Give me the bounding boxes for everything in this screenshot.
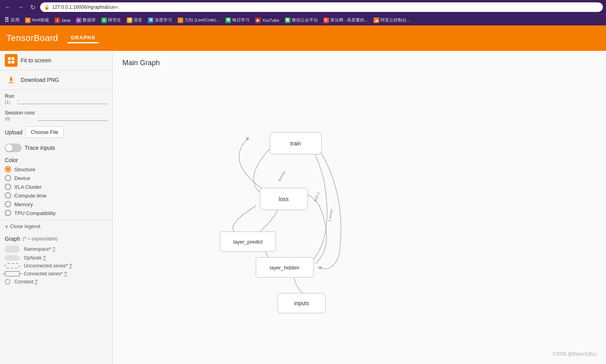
color-tpu-option[interactable]: TPU Compatibility	[5, 209, 108, 217]
bookmark-wx[interactable]: 微 微信公众平台	[283, 16, 320, 24]
graphs-tab[interactable]: GRAPHS	[68, 33, 99, 43]
color-device-radio[interactable]	[5, 175, 11, 181]
bookmark-youtube[interactable]: ▶ YouTube	[253, 17, 281, 24]
legend-namespace-item: Namespace* ?	[5, 244, 108, 254]
legend-constant-label: Constant ?	[14, 279, 37, 285]
run-field: Run (1) .	[0, 90, 112, 106]
nav-forward-button[interactable]: →	[16, 3, 25, 12]
svg-text:500+1: 500+1	[313, 192, 320, 202]
legend-opnode-q[interactable]: ?	[43, 255, 46, 261]
bookmark-apps-label: 应用	[11, 17, 19, 23]
bookmark-deep[interactable]: 深 深度学习	[145, 16, 174, 24]
bookmark-lc[interactable]: ⚡ 力扣 (LeetCode)...	[175, 16, 222, 24]
apps-icon: ⠿	[4, 17, 10, 23]
deep-icon: 深	[148, 17, 153, 23]
fit-to-screen-icon	[5, 54, 17, 67]
legend-opnode-label: OpNode ?	[24, 255, 46, 261]
svg-text:layer_predict: layer_predict	[233, 239, 263, 245]
close-legend-chevron: ∨	[5, 224, 8, 229]
trace-inputs-toggle[interactable]	[5, 143, 21, 152]
bookmark-db[interactable]: D 数据库	[74, 16, 98, 24]
legend-connected-label: Connected series* ?	[24, 271, 67, 277]
upload-row: Upload Choose File	[0, 123, 112, 141]
session-runs-select[interactable]	[38, 111, 108, 121]
bookmark-db-label: 数据库	[83, 17, 96, 23]
address-bar[interactable]: 🔒 127.0.0.1:16006/#graphs&run=.	[40, 2, 603, 12]
bookmark-lang[interactable]: 语 语音	[124, 16, 145, 24]
color-xla-option[interactable]: XLA Cluster	[5, 182, 108, 191]
bookmark-daily[interactable]: 每 每日学习	[223, 16, 252, 24]
color-memory-radio[interactable]	[5, 201, 11, 207]
fit-to-screen-section[interactable]: Fit to screen	[0, 51, 112, 70]
color-xla-radio[interactable]	[5, 184, 11, 190]
bookmark-research[interactable]: R 研究生	[99, 16, 124, 24]
color-xla-label: XLA Cluster	[14, 184, 42, 190]
bookmark-java[interactable]: J Java	[52, 17, 73, 24]
legend-namespace-icon	[5, 246, 20, 253]
bookmark-youtube-label: YouTube	[262, 18, 279, 23]
legend-constant-item: Constant ?	[5, 278, 108, 286]
browser-chrome: ← → ↻ 🔒 127.0.0.1:16006/#graphs&run=.	[0, 0, 606, 14]
color-compute-radio[interactable]	[5, 192, 11, 199]
main-content: Main Graph 500+1 2 tensor dumm	[113, 51, 606, 364]
youtube-icon: ▶	[255, 17, 261, 23]
toggle-knob	[6, 144, 13, 151]
lock-icon: 🔒	[44, 5, 50, 10]
svg-rect-1	[12, 57, 14, 60]
app-title: TensorBoard	[6, 33, 58, 43]
session-runs-field: Session runs (0)	[0, 106, 112, 123]
color-memory-label: Memory	[14, 201, 33, 207]
legend-constant-q[interactable]: ?	[35, 279, 37, 285]
legend-connected-icon	[5, 271, 20, 277]
node-train[interactable]: train	[270, 132, 321, 154]
html-icon: H	[25, 17, 31, 23]
legend-unconnected-item: Unconnected series* ?	[5, 262, 108, 270]
legend-unconnected-q[interactable]: ?	[69, 263, 72, 269]
legend-connected-q[interactable]: ?	[64, 271, 67, 277]
run-select[interactable]: .	[17, 95, 108, 104]
algo-icon: P	[323, 17, 329, 23]
bookmark-algo[interactable]: P 算法网 - 高质量的...	[321, 16, 371, 24]
color-structure-option[interactable]: Structure	[5, 165, 108, 174]
svg-text:dummy: dummy	[277, 170, 287, 182]
bookmark-ali[interactable]: ☁ 阿里云控制台...	[371, 16, 412, 24]
node-loss[interactable]: loss	[260, 188, 308, 210]
node-layer-hidden[interactable]: layer_hidden	[256, 258, 314, 277]
session-runs-label: Session runs	[5, 110, 35, 116]
node-inputs[interactable]: inputs	[278, 293, 325, 313]
bookmark-apps[interactable]: ⠿ 应用	[2, 16, 22, 24]
daily-icon: 每	[225, 17, 231, 23]
nav-refresh-button[interactable]: ↻	[29, 3, 37, 12]
lc-icon: ⚡	[178, 17, 183, 23]
graph-canvas[interactable]: 500+1 2 tensor dummy train loss la	[113, 51, 606, 364]
session-runs-count: (0)	[5, 116, 10, 121]
color-device-option[interactable]: Device	[5, 174, 108, 182]
download-png-label: Download PNG	[21, 77, 59, 83]
bookmark-html[interactable]: H html前端	[23, 16, 51, 24]
bookmark-deep-label: 深度学习	[155, 17, 172, 23]
svg-text:layer_hidden: layer_hidden	[270, 265, 299, 271]
color-compute-option[interactable]: Compute time	[5, 191, 108, 200]
choose-file-button[interactable]: Choose File	[25, 126, 63, 138]
color-memory-option[interactable]: Memory	[5, 200, 108, 209]
legend-unconnected-label: Unconnected series* ?	[24, 263, 72, 269]
upload-label: Upload	[5, 129, 22, 136]
color-structure-radio[interactable]	[5, 166, 11, 172]
close-legend-button[interactable]: ∨ Close legend.	[0, 220, 112, 232]
color-label: Color	[5, 157, 108, 163]
color-compute-label: Compute time	[14, 193, 46, 199]
download-png-section[interactable]: Download PNG	[0, 70, 112, 90]
bookmark-algo-label: 算法网 - 高质量的...	[330, 17, 368, 23]
nav-back-button[interactable]: ←	[3, 3, 13, 12]
svg-rect-2	[8, 61, 11, 64]
download-icon	[5, 74, 17, 86]
db-icon: D	[76, 17, 81, 23]
color-device-label: Device	[14, 175, 30, 181]
node-layer-predict[interactable]: layer_predict	[220, 232, 276, 252]
sidebar: Fit to screen Download PNG Run (1)	[0, 51, 113, 364]
color-tpu-radio[interactable]	[5, 210, 11, 216]
legend-namespace-q[interactable]: ?	[52, 246, 55, 252]
bookmark-java-label: Java	[61, 18, 70, 23]
close-legend-label: Close legend.	[10, 223, 42, 229]
bookmark-daily-label: 每日学习	[232, 17, 250, 23]
